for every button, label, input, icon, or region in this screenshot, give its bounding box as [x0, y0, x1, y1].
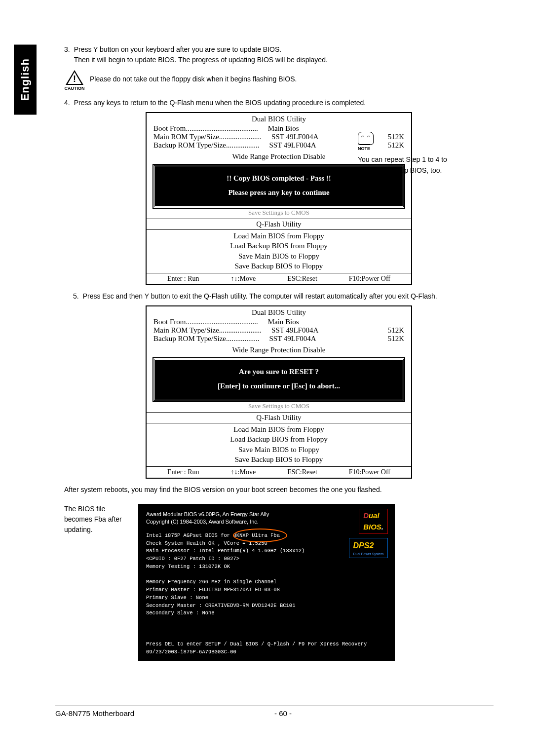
main-rom-type: SST 49LF004A	[262, 133, 370, 141]
step3-line2: Then it will begin to update BIOS. The p…	[74, 55, 328, 65]
step5-text: Press Esc and then Y button to exit the …	[83, 291, 437, 302]
backup-rom-label: Backup ROM Type/Size..................	[153, 335, 260, 343]
after-reboot-text: After system reboots, you may find the B…	[64, 485, 494, 495]
step4-text: Press any keys to return to the Q-Flash …	[74, 98, 366, 108]
popup-line1: Are you sure to RESET ?	[161, 365, 397, 379]
popup-line2: [Enter] to continure or [Esc] to abort..…	[161, 379, 397, 393]
caution-label: CAUTION	[65, 86, 85, 91]
caution-icon: ! CAUTION	[64, 70, 85, 91]
popup-line2: Please press any key to continue	[161, 186, 397, 200]
menu-load-main: Load Main BIOS from Floppy	[147, 424, 411, 434]
language-tab: English	[14, 44, 37, 114]
step-3: 3. Press Y button on your keyboard after…	[64, 44, 494, 65]
backup-rom-type: SST 49LF004A	[260, 335, 370, 343]
note-icon: NOTE	[358, 132, 454, 152]
menu-save-backup: Save Backup BIOS to Floppy	[147, 261, 411, 271]
menu-load-main: Load Main BIOS from Floppy	[147, 231, 411, 241]
qflash-title: Q-Flash Utility	[147, 413, 411, 423]
qflash-title: Q-Flash Utility	[147, 219, 411, 229]
backup-rom-label: Backup ROM Type/Size..................	[153, 141, 260, 150]
step-number: 3.	[64, 44, 70, 65]
boot-l11: Press DEL to enter SETUP / Dual BIOS / Q…	[146, 641, 387, 648]
boot-l5: Memory Testing : 131072K OK	[146, 563, 387, 571]
note-label: NOTE	[358, 145, 370, 152]
menu-load-backup: Load Backup BIOS from Floppy	[147, 241, 411, 251]
main-rom-size: 512K	[370, 326, 404, 335]
foot-move: ↑↓:Move	[231, 275, 256, 283]
boot-screen: Dual BIOS. DPS2 Dual Power System Award …	[138, 504, 395, 661]
bios-dialog-reset: Dual BIOS Utility Boot From.............…	[146, 305, 412, 479]
foot-esc: ESC:Reset	[287, 275, 317, 283]
step-number: 5.	[73, 291, 79, 302]
boot-l6: Memory Frequency 266 MHz in Single Chann…	[146, 578, 387, 586]
menu-save-main: Save Main BIOS to Floppy	[147, 251, 411, 261]
foot-move: ↑↓:Move	[231, 468, 256, 476]
boot-from-label: Boot From...............................…	[153, 318, 258, 326]
main-rom-label: Main ROM Type/Size......................…	[153, 326, 262, 335]
wide-range-protection: Wide Range Protection Disable	[147, 343, 411, 358]
boot-l8: Primary Slave : None	[146, 594, 387, 602]
backup-rom-type: SST 49LF004A	[260, 141, 370, 150]
grey-hidden-line: Save Settings to CMOS	[147, 402, 411, 412]
caution-text: Please do not take out the floppy disk w…	[90, 70, 297, 83]
backup-rom-size: 512K	[370, 335, 404, 343]
menu-save-main: Save Main BIOS to Floppy	[147, 445, 411, 454]
boot-from-value: Main Bios	[258, 318, 370, 326]
boot-l7: Primary Master : FUJITSU MPE3170AT ED-03…	[146, 586, 387, 594]
menu-save-backup: Save Backup BIOS to Floppy	[147, 454, 411, 464]
dual-bios-logo: Dual BIOS.	[359, 509, 388, 534]
step-5: 5. Press Esc and then Y button to exit t…	[64, 291, 494, 302]
page-footer: GA-8N775 Motherboard - 60 -	[55, 706, 494, 718]
foot-enter: Enter : Run	[167, 275, 199, 283]
page-number: - 60 -	[274, 709, 494, 718]
menu-load-backup: Load Backup BIOS from Floppy	[147, 434, 411, 444]
step-4: 4. Press any keys to return to the Q-Fla…	[64, 98, 494, 108]
foot-f10: F10:Power Off	[349, 275, 390, 283]
foot-esc: ESC:Reset	[287, 468, 317, 476]
step-number: 4.	[64, 98, 70, 108]
bios-title: Dual BIOS Utility	[147, 113, 411, 124]
boot-from-value: Main Bios	[258, 124, 370, 133]
bios-fba-label: The BIOS file becomes Fba after updating…	[64, 504, 128, 535]
boot-l12: 09/23/2003-i875P-6A79BG03C-00	[146, 648, 387, 656]
boot-l9: Secondary Master : CREATIVEDVD-RM DVD124…	[146, 602, 387, 610]
note-text: You can repeat Step 1 to 4 to flash the …	[358, 154, 454, 176]
main-rom-type: SST 49LF004A	[262, 326, 370, 335]
reset-popup: Are you sure to RESET ? [Enter] to conti…	[153, 358, 404, 401]
callout-circle	[233, 529, 287, 542]
dps2-logo: DPS2 Dual Power System	[349, 538, 388, 558]
motherboard-name: GA-8N775 Motherboard	[55, 709, 274, 718]
grey-hidden-line: Save Settings to CMOS	[147, 209, 411, 219]
foot-enter: Enter : Run	[167, 468, 199, 476]
boot-l10: Secondary Slave : None	[146, 609, 387, 617]
main-rom-label: Main ROM Type/Size......................…	[153, 133, 262, 141]
boot-from-label: Boot From...............................…	[153, 124, 258, 133]
bios-title: Dual BIOS Utility	[147, 306, 411, 318]
foot-f10: F10:Power Off	[349, 468, 390, 476]
step3-line1: Press Y button on your keyboard after yo…	[74, 44, 328, 55]
